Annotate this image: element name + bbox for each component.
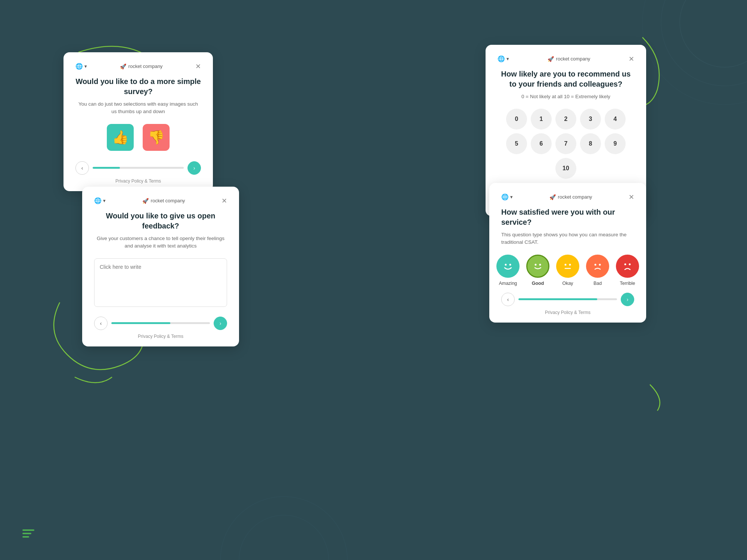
rocket-icon-1: 🚀	[120, 63, 126, 69]
csat-good[interactable]: Good	[526, 255, 549, 286]
lang-chevron-4: ▾	[510, 194, 513, 200]
close-button-2[interactable]: ✕	[629, 56, 634, 62]
csat-bad[interactable]: Bad	[586, 255, 609, 286]
nav-row-1: ‹ ›	[75, 161, 201, 175]
nav-row-3: ‹ ›	[94, 317, 227, 330]
feedback-textarea[interactable]	[94, 258, 227, 307]
card-csat: 🌐 ▾ 🚀 rocket company ✕ How satisfied wer…	[489, 183, 646, 323]
nps-grid: 0 1 2 3 4 5 6 7 8 9 10	[498, 109, 634, 179]
progress-bar-fill-1	[93, 167, 120, 169]
nps-btn-3[interactable]: 3	[580, 109, 601, 130]
svg-point-3	[239, 515, 329, 560]
card-header-4: 🌐 ▾ 🚀 rocket company ✕	[501, 193, 634, 200]
svg-point-8	[539, 264, 541, 265]
csat-okay-label: Okay	[562, 281, 573, 286]
csat-terrible[interactable]: Terrible	[616, 255, 639, 286]
face-terrible-icon	[616, 255, 639, 278]
brand-name-3: rocket company	[151, 198, 185, 203]
nps-btn-5[interactable]: 5	[506, 133, 527, 154]
brand-area-3: 🚀 rocket company	[142, 198, 185, 204]
question-title-3: Would you like to give us open feedback?	[94, 211, 227, 231]
lang-chevron-3: ▾	[103, 198, 106, 203]
close-button-3[interactable]: ✕	[221, 197, 227, 204]
privacy-link-4[interactable]: Privacy Policy & Terms	[501, 310, 634, 315]
face-bad-icon	[586, 255, 609, 278]
nps-btn-8[interactable]: 8	[580, 133, 601, 154]
globe-icon-4: 🌐	[501, 193, 509, 200]
hamburger-icon	[22, 529, 34, 538]
nps-btn-10[interactable]: 10	[555, 158, 576, 179]
face-amazing-icon	[496, 255, 520, 278]
lang-selector-1[interactable]: 🌐 ▾	[75, 63, 87, 70]
svg-point-0	[680, 0, 747, 67]
nps-btn-1[interactable]: 1	[531, 109, 552, 130]
close-button-1[interactable]: ✕	[195, 63, 201, 70]
svg-point-7	[535, 264, 537, 265]
globe-icon-1: 🌐	[75, 63, 83, 70]
csat-okay[interactable]: Okay	[556, 255, 579, 286]
question-title-4: How satisfied were you with our service?	[501, 207, 634, 227]
svg-point-12	[595, 264, 596, 265]
card-header-3: 🌐 ▾ 🚀 rocket company ✕	[94, 197, 227, 204]
lang-selector-4[interactable]: 🌐 ▾	[501, 193, 513, 200]
svg-point-10	[569, 264, 571, 265]
csat-amazing[interactable]: Amazing	[496, 255, 520, 286]
brand-name-4: rocket company	[558, 194, 592, 200]
question-subtitle-2: 0 = Not likely at all 10 = Extremely lik…	[498, 93, 634, 100]
card-footer-1: ‹ › Privacy Policy & Terms	[75, 161, 201, 184]
card-open-feedback: 🌐 ▾ 🚀 rocket company ✕ Would you like to…	[82, 187, 239, 346]
prev-button-3[interactable]: ‹	[94, 317, 108, 330]
csat-amazing-label: Amazing	[499, 281, 517, 286]
csat-bad-label: Bad	[593, 281, 602, 286]
face-okay-icon	[556, 255, 579, 278]
lang-selector-3[interactable]: 🌐 ▾	[94, 197, 106, 204]
lang-chevron-1: ▾	[84, 63, 87, 69]
prev-button-4[interactable]: ‹	[501, 293, 515, 306]
svg-point-2	[642, 0, 747, 105]
rocket-icon-4: 🚀	[549, 194, 556, 200]
thumbs-row: 👍 👎	[75, 124, 201, 151]
brand-name-1: rocket company	[128, 63, 163, 69]
progress-bar-fill-4	[518, 298, 597, 300]
question-title-2: How likely are you to recommend us to yo…	[498, 69, 634, 89]
privacy-link-1[interactable]: Privacy Policy & Terms	[75, 178, 201, 184]
svg-point-13	[599, 264, 601, 265]
lang-selector-2[interactable]: 🌐 ▾	[498, 55, 509, 62]
question-subtitle-4: This question type shows you how you can…	[501, 231, 634, 246]
next-button-4[interactable]: ›	[621, 293, 634, 306]
rocket-icon-3: 🚀	[142, 198, 149, 204]
globe-icon-2: 🌐	[498, 55, 505, 62]
svg-point-6	[509, 264, 511, 265]
globe-icon-3: 🌐	[94, 197, 102, 204]
thumbs-up-button[interactable]: 👍	[107, 124, 134, 151]
brand-area-4: 🚀 rocket company	[549, 194, 592, 200]
svg-point-15	[629, 263, 631, 265]
nps-btn-0[interactable]: 0	[506, 109, 527, 130]
question-subtitle-1: You can do just two selections with easy…	[75, 100, 201, 116]
svg-point-9	[565, 264, 567, 265]
privacy-link-3[interactable]: Privacy Policy & Terms	[94, 334, 227, 339]
progress-bar-bg-4	[518, 298, 617, 300]
svg-point-14	[624, 263, 626, 265]
next-button-1[interactable]: ›	[187, 161, 201, 175]
nps-btn-6[interactable]: 6	[531, 133, 552, 154]
card-header-2: 🌐 ▾ 🚀 rocket company ✕	[498, 55, 634, 62]
close-button-4[interactable]: ✕	[629, 194, 634, 200]
progress-bar-bg-1	[93, 167, 184, 169]
nav-row-4: ‹ ›	[501, 293, 634, 306]
csat-terrible-label: Terrible	[620, 281, 635, 286]
prev-button-1[interactable]: ‹	[75, 161, 89, 175]
lang-chevron-2: ▾	[506, 56, 509, 62]
svg-point-5	[505, 264, 507, 265]
next-button-3[interactable]: ›	[214, 317, 227, 330]
thumbs-down-button[interactable]: 👎	[143, 124, 170, 151]
hamburger-line-1	[22, 529, 34, 531]
brand-area-2: 🚀 rocket company	[548, 56, 591, 62]
brand-area-1: 🚀 rocket company	[120, 63, 163, 69]
nps-btn-2[interactable]: 2	[555, 109, 576, 130]
nps-btn-4[interactable]: 4	[605, 109, 626, 130]
nps-btn-9[interactable]: 9	[605, 133, 626, 154]
face-good-icon	[526, 255, 549, 278]
nps-btn-7[interactable]: 7	[555, 133, 576, 154]
rocket-icon-2: 🚀	[548, 56, 554, 62]
